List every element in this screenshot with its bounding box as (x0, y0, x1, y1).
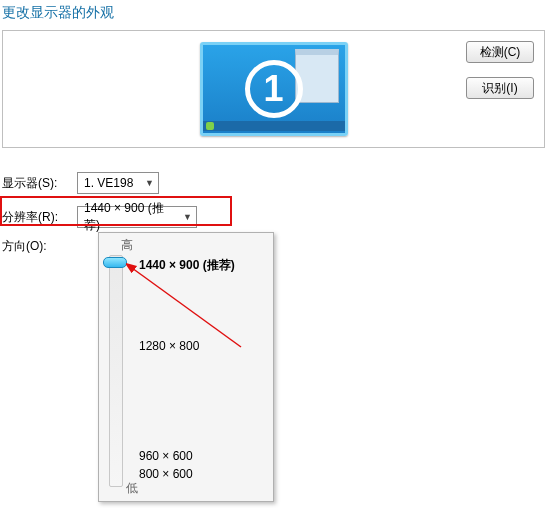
resolution-option[interactable]: 1280 × 800 (139, 339, 199, 353)
monitor-taskbar-icon (203, 121, 345, 131)
monitor-number: 1 (263, 71, 283, 107)
page-title: 更改显示器的外观 (0, 0, 549, 30)
display-dropdown[interactable]: 1. VE198 ▼ (77, 172, 159, 194)
slider-high-label: 高 (121, 237, 133, 254)
chevron-down-icon: ▼ (183, 212, 192, 222)
monitor-preview[interactable]: 1 (200, 42, 348, 136)
detect-button[interactable]: 检测(C) (466, 41, 534, 63)
slider-track[interactable] (109, 255, 123, 487)
display-label: 显示器(S): (2, 175, 77, 192)
display-row: 显示器(S): 1. VE198 ▼ (0, 166, 549, 200)
chevron-down-icon: ▼ (145, 178, 154, 188)
slider-low-label: 低 (126, 480, 138, 497)
resolution-option[interactable]: 960 × 600 (139, 449, 193, 463)
resolution-option[interactable]: 1440 × 900 (推荐) (139, 257, 235, 274)
resolution-dropdown-value: 1440 × 900 (推荐) (84, 200, 177, 234)
start-button-icon (206, 122, 214, 130)
monitor-number-circle: 1 (245, 60, 303, 118)
resolution-row: 分辨率(R): 1440 × 900 (推荐) ▼ (0, 200, 549, 234)
orientation-label: 方向(O): (2, 238, 47, 255)
monitor-preview-panel: 1 检测(C) 识别(I) (2, 30, 545, 148)
resolution-option[interactable]: 800 × 600 (139, 467, 193, 481)
resolution-label: 分辨率(R): (2, 209, 77, 226)
resolution-slider-popup: 高 低 1440 × 900 (推荐)1280 × 800960 × 60080… (98, 232, 274, 502)
display-dropdown-value: 1. VE198 (84, 176, 133, 190)
slider-thumb[interactable] (103, 257, 127, 268)
identify-button[interactable]: 识别(I) (466, 77, 534, 99)
resolution-dropdown[interactable]: 1440 × 900 (推荐) ▼ (77, 206, 197, 228)
